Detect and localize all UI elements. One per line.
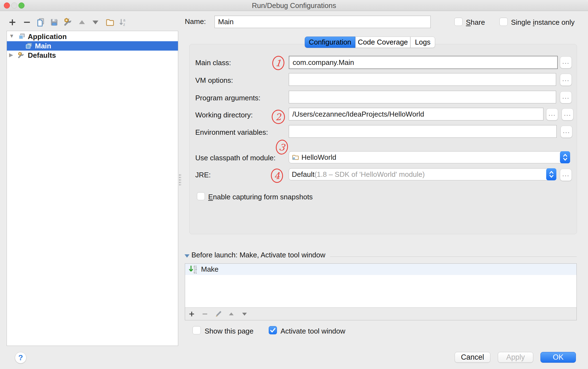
svg-text:z: z: [123, 22, 125, 27]
run-debug-configurations-dialog: Run/Debug Configurations az ▼ Applicatio…: [0, 0, 588, 369]
add-icon[interactable]: [185, 309, 198, 319]
main-class-browse-button[interactable]: …: [560, 56, 572, 68]
edit-icon[interactable]: [211, 309, 225, 319]
panel-splitter[interactable]: [179, 174, 181, 185]
main-class-label: Main class:: [195, 59, 231, 67]
jre-select[interactable]: Default (1.8 – SDK of 'HelloWorld' modul…: [289, 168, 556, 180]
apply-button[interactable]: Apply: [498, 352, 533, 363]
share-label: Share: [466, 18, 485, 27]
before-launch-header: Before launch: Make, Activate tool windo…: [191, 251, 325, 259]
tree-item-label: Main: [35, 42, 51, 50]
jre-value-primary: Default: [292, 170, 314, 179]
program-arguments-label: Program arguments:: [195, 94, 260, 102]
question-mark-icon: ?: [18, 353, 23, 362]
vm-options-label: VM options:: [195, 76, 233, 85]
close-window-button[interactable]: [4, 2, 10, 9]
tab-logs[interactable]: Logs: [410, 37, 435, 48]
window-title: Run/Debug Configurations: [0, 0, 588, 11]
save-configuration-icon[interactable]: [49, 17, 59, 27]
cancel-button[interactable]: Cancel: [455, 352, 490, 363]
move-down-icon[interactable]: [238, 309, 251, 319]
new-folder-icon[interactable]: [105, 17, 115, 27]
name-label: Name:: [185, 17, 206, 26]
copy-configuration-icon[interactable]: [35, 17, 46, 27]
activate-tool-window-label: Activate tool window: [281, 327, 345, 335]
svg-text:10: 10: [194, 268, 197, 271]
module-icon: [292, 154, 299, 161]
environment-variables-input[interactable]: [289, 125, 557, 138]
single-instance-label: Single instance only: [511, 18, 575, 27]
sort-configurations-icon[interactable]: az: [118, 17, 128, 27]
jre-label: JRE:: [195, 171, 211, 179]
enable-snapshots-label: Enable capturing form snapshots: [208, 193, 313, 201]
remove-icon[interactable]: [22, 17, 32, 27]
tab-code-coverage[interactable]: Code Coverage: [355, 37, 410, 48]
tab-configuration[interactable]: Configuration: [305, 37, 355, 48]
tree-item-main[interactable]: Main: [7, 41, 178, 51]
tree-item-label: Application: [28, 32, 67, 41]
checkmark-icon: [269, 327, 276, 334]
enable-snapshots-checkbox[interactable]: [197, 192, 205, 200]
tree-item-label: Defaults: [28, 51, 56, 60]
name-input[interactable]: [215, 16, 431, 28]
before-launch-toolbar: [185, 307, 576, 320]
svg-text:01: 01: [194, 265, 197, 268]
select-stepper-icon: [546, 168, 556, 180]
environment-variables-label: Environment variables:: [195, 128, 268, 137]
defaults-wrench-icon: [17, 52, 25, 59]
program-arguments-input[interactable]: [289, 91, 556, 103]
show-this-page-checkbox[interactable]: [193, 326, 201, 334]
remove-icon[interactable]: [198, 309, 211, 319]
application-type-icon: [26, 42, 33, 50]
vm-options-input[interactable]: [289, 73, 556, 86]
move-down-icon[interactable]: [90, 17, 101, 27]
configuration-panel: [189, 44, 577, 234]
share-checkbox[interactable]: [454, 18, 463, 26]
environment-variables-browse-button[interactable]: …: [560, 126, 572, 138]
tree-item-defaults[interactable]: ▶ Defaults: [7, 51, 178, 60]
ok-button[interactable]: OK: [540, 352, 576, 363]
working-directory-label: Working directory:: [195, 111, 253, 119]
before-launch-item-label: Make: [201, 265, 219, 274]
tree-item-application[interactable]: ▼ Application: [7, 32, 178, 41]
classpath-module-value: HelloWorld: [301, 153, 336, 162]
svg-text:01: 01: [194, 271, 197, 274]
main-class-input[interactable]: [289, 56, 558, 69]
svg-text:a: a: [123, 18, 125, 22]
add-icon[interactable]: [7, 17, 18, 27]
working-directory-browse-button[interactable]: …: [562, 108, 573, 120]
jre-value-secondary: (1.8 – SDK of 'HelloWorld' module): [314, 170, 425, 179]
move-up-icon[interactable]: [77, 17, 87, 27]
classpath-module-select[interactable]: HelloWorld: [289, 151, 570, 163]
select-stepper-icon: [560, 151, 570, 163]
collapse-triangle-icon[interactable]: ▶: [9, 52, 13, 58]
classpath-module-label: Use classpath of module:: [195, 154, 276, 162]
activate-tool-window-checkbox[interactable]: [269, 326, 277, 334]
program-arguments-expand-button[interactable]: …: [560, 91, 572, 103]
before-launch-list: 011001 Make: [185, 263, 577, 320]
make-icon: 011001: [188, 265, 198, 274]
application-type-icon: [18, 33, 26, 40]
title-bar: Run/Debug Configurations: [0, 0, 588, 11]
show-this-page-label: Show this page: [205, 327, 254, 335]
edit-defaults-icon[interactable]: [63, 17, 73, 27]
before-launch-separator: [330, 257, 577, 257]
working-directory-macro-button[interactable]: …: [546, 108, 558, 120]
working-directory-input[interactable]: [289, 108, 543, 120]
move-up-icon[interactable]: [225, 309, 238, 319]
minimize-window-button: [11, 2, 17, 9]
expand-triangle-icon[interactable]: ▼: [9, 33, 14, 39]
help-button[interactable]: ?: [15, 352, 26, 364]
single-instance-checkbox[interactable]: [499, 18, 508, 26]
jre-browse-button[interactable]: …: [560, 169, 572, 181]
configurations-tree: ▼ Application Main ▶ Defaults: [7, 31, 178, 346]
before-launch-item-make[interactable]: 011001 Make: [185, 264, 576, 275]
zoom-window-button[interactable]: [18, 2, 24, 9]
before-launch-collapse-icon[interactable]: [185, 254, 189, 258]
vm-options-expand-button[interactable]: …: [560, 74, 572, 86]
